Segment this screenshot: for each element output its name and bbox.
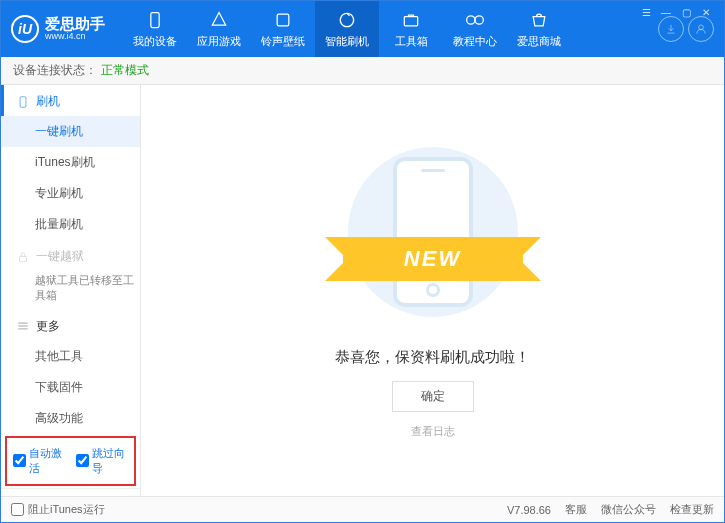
lock-icon — [16, 250, 30, 264]
nav-label: 铃声壁纸 — [261, 34, 305, 49]
sidebar-item-pro[interactable]: 专业刷机 — [1, 178, 140, 209]
wechat-link[interactable]: 微信公众号 — [601, 502, 656, 517]
svg-rect-7 — [20, 256, 27, 261]
view-log-link[interactable]: 查看日志 — [411, 424, 455, 439]
sidebar-item-label: 一键刷机 — [35, 124, 83, 138]
toolbox-icon — [401, 10, 421, 30]
sidebar-item-oneclick[interactable]: 一键刷机 — [1, 116, 140, 147]
sidebar-item-label: 下载固件 — [35, 380, 83, 394]
app-title: 爱思助手 — [45, 16, 105, 33]
checkbox-auto-activate[interactable]: 自动激活 — [13, 446, 66, 476]
sidebar: 刷机 一键刷机 iTunes刷机 专业刷机 批量刷机 一键越狱 越狱工具已转移至… — [1, 85, 141, 496]
device-panel[interactable]: iPhone 12 mini 64GB Down-12mini-13,1 — [1, 488, 140, 496]
titlebar: iU 爱思助手 www.i4.cn 我的设备 应用游戏 铃声壁纸 智能刷机 — [1, 1, 724, 57]
nav-ringtones[interactable]: 铃声壁纸 — [251, 1, 315, 57]
checkbox-input[interactable] — [13, 454, 26, 467]
more-icon — [16, 319, 30, 333]
sidebar-group-jailbreak: 一键越狱 — [1, 240, 140, 271]
main-nav: 我的设备 应用游戏 铃声壁纸 智能刷机 工具箱 教程中心 — [123, 1, 658, 57]
version-text: V7.98.66 — [507, 504, 551, 516]
svg-rect-2 — [404, 16, 417, 25]
svg-rect-6 — [20, 96, 26, 107]
maximize-btn[interactable]: ▢ — [677, 4, 695, 20]
sidebar-item-advanced[interactable]: 高级功能 — [1, 403, 140, 434]
ringtone-icon — [273, 10, 293, 30]
svg-point-3 — [467, 15, 475, 23]
nav-label: 我的设备 — [133, 34, 177, 49]
phone-icon — [16, 95, 30, 109]
svg-rect-0 — [151, 12, 159, 27]
nav-label: 爱思商城 — [517, 34, 561, 49]
sidebar-item-batch[interactable]: 批量刷机 — [1, 209, 140, 240]
tutorial-icon — [465, 10, 485, 30]
svg-rect-1 — [277, 14, 289, 26]
flash-icon — [337, 10, 357, 30]
jailbreak-note: 越狱工具已转移至工具箱 — [1, 271, 140, 310]
nav-flash[interactable]: 智能刷机 — [315, 1, 379, 57]
nav-label: 应用游戏 — [197, 34, 241, 49]
status-value: 正常模式 — [101, 62, 149, 79]
checkbox-label: 阻止iTunes运行 — [28, 502, 105, 517]
window-controls: ☰ — ▢ ✕ — [637, 4, 715, 20]
close-btn[interactable]: ✕ — [697, 4, 715, 20]
nav-label: 工具箱 — [395, 34, 428, 49]
sidebar-group-label: 一键越狱 — [36, 248, 84, 265]
nav-my-device[interactable]: 我的设备 — [123, 1, 187, 57]
device-icon — [145, 10, 165, 30]
footer-right: V7.98.66 客服 微信公众号 检查更新 — [507, 502, 714, 517]
phone-graphic — [393, 157, 473, 307]
nav-label: 智能刷机 — [325, 34, 369, 49]
sidebar-item-label: 批量刷机 — [35, 217, 83, 231]
checkbox-label: 自动激活 — [29, 446, 66, 476]
status-label: 设备连接状态： — [13, 62, 97, 79]
app-url: www.i4.cn — [45, 32, 105, 42]
sidebar-group-label: 刷机 — [36, 93, 60, 110]
sidebar-group-more[interactable]: 更多 — [1, 310, 140, 341]
app-window: ☰ — ▢ ✕ iU 爱思助手 www.i4.cn 我的设备 应用游戏 铃声壁纸 — [0, 0, 725, 523]
body: 刷机 一键刷机 iTunes刷机 专业刷机 批量刷机 一键越狱 越狱工具已转移至… — [1, 85, 724, 496]
store-icon — [529, 10, 549, 30]
success-message: 恭喜您，保资料刷机成功啦！ — [335, 348, 530, 367]
minimize-btn[interactable]: — — [657, 4, 675, 20]
nav-store[interactable]: 爱思商城 — [507, 1, 571, 57]
sidebar-item-label: 其他工具 — [35, 349, 83, 363]
sidebar-group-flash[interactable]: 刷机 — [1, 85, 140, 116]
stop-itunes-checkbox[interactable]: 阻止iTunes运行 — [11, 502, 105, 517]
main-content: NEW 恭喜您，保资料刷机成功啦！ 确定 查看日志 — [141, 85, 724, 496]
sidebar-checkbox-row: 自动激活 跳过向导 — [5, 436, 136, 486]
status-bar: 设备连接状态： 正常模式 — [1, 57, 724, 85]
checkbox-skip-guide[interactable]: 跳过向导 — [76, 446, 129, 476]
apps-icon — [209, 10, 229, 30]
new-ribbon: NEW — [343, 237, 523, 281]
checkbox-label: 跳过向导 — [92, 446, 129, 476]
sidebar-item-label: 高级功能 — [35, 411, 83, 425]
logo-icon: iU — [11, 15, 39, 43]
footer: 阻止iTunes运行 V7.98.66 客服 微信公众号 检查更新 — [1, 496, 724, 522]
ok-button[interactable]: 确定 — [392, 381, 474, 412]
checkbox-input[interactable] — [11, 503, 24, 516]
sidebar-item-download-fw[interactable]: 下载固件 — [1, 372, 140, 403]
service-link[interactable]: 客服 — [565, 502, 587, 517]
nav-tutorials[interactable]: 教程中心 — [443, 1, 507, 57]
nav-tools[interactable]: 工具箱 — [379, 1, 443, 57]
success-illustration: NEW — [333, 142, 533, 322]
update-link[interactable]: 检查更新 — [670, 502, 714, 517]
sidebar-item-itunes[interactable]: iTunes刷机 — [1, 147, 140, 178]
sidebar-item-other[interactable]: 其他工具 — [1, 341, 140, 372]
logo: iU 爱思助手 www.i4.cn — [11, 15, 105, 43]
sidebar-item-label: 专业刷机 — [35, 186, 83, 200]
svg-point-5 — [699, 25, 704, 30]
sidebar-item-label: iTunes刷机 — [35, 155, 95, 169]
nav-apps[interactable]: 应用游戏 — [187, 1, 251, 57]
checkbox-input[interactable] — [76, 454, 89, 467]
nav-label: 教程中心 — [453, 34, 497, 49]
svg-point-4 — [475, 15, 483, 23]
sidebar-group-label: 更多 — [36, 318, 60, 335]
menu-btn[interactable]: ☰ — [637, 4, 655, 20]
